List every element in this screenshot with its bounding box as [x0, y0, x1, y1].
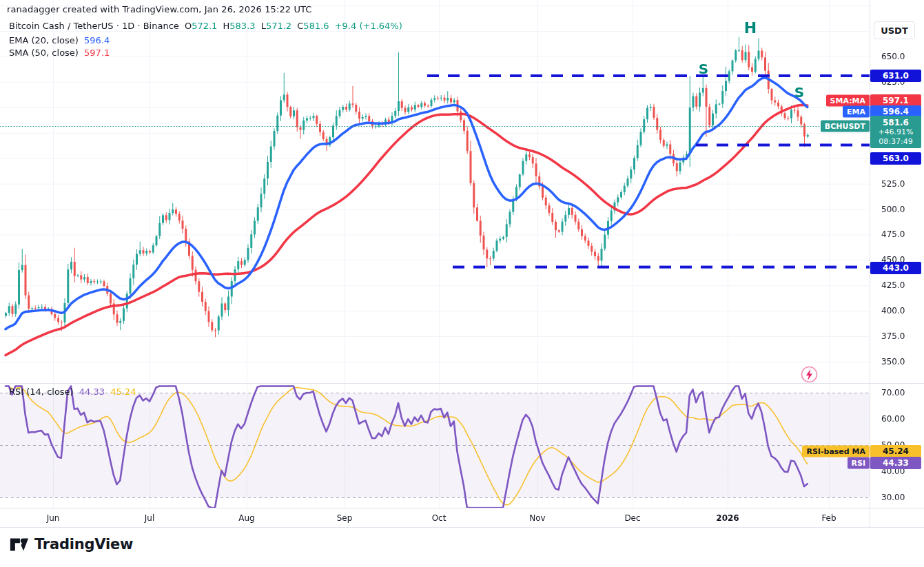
sma-label: SMA (50, close) — [9, 48, 79, 58]
rsi-tick: 70.00 — [881, 388, 905, 398]
shoulder-right-annotation[interactable]: S — [794, 84, 804, 101]
ema-legend-row[interactable]: EMA (20, close) 596.4 — [9, 35, 112, 45]
attribution-text: ranadagger created with TradingView.com,… — [7, 4, 311, 14]
sma-price-tag: SMA:MA — [826, 95, 870, 107]
open-label: O — [185, 21, 192, 31]
last-price-value: 581.6 — [870, 118, 921, 127]
tradingview-logo[interactable]: TradingView — [9, 534, 133, 555]
change-value: +9.4 (+1.64%) — [335, 21, 402, 31]
ema-value: 596.4 — [84, 35, 110, 45]
tradingview-chart-window: ranadagger created with TradingView.com,… — [0, 0, 924, 567]
level-631-label: 631.0 — [870, 70, 921, 82]
low-value: 571.2 — [266, 21, 291, 31]
time-axis-label: Jun — [47, 513, 60, 523]
price-tick: 475.0 — [881, 229, 905, 239]
ema-label: EMA (20, close) — [9, 35, 79, 45]
price-tick: 650.0 — [881, 52, 905, 61]
symbol-legend-row[interactable]: Bitcoin Cash / TetherUS · 1D · Binance O… — [9, 21, 405, 31]
time-axis-label: Sep — [337, 513, 353, 523]
last-price-label: 581.6 +46.91% 08:37:49 — [870, 116, 921, 148]
shoulder-left-annotation[interactable]: S — [699, 61, 708, 77]
rsi-tick: 30.00 — [881, 493, 905, 502]
price-tick: 525.0 — [881, 179, 905, 189]
close-label: C — [297, 21, 303, 31]
time-axis-label: Oct — [432, 513, 446, 523]
tradingview-logo-icon — [9, 534, 30, 555]
open-value: 572.1 — [192, 21, 217, 31]
price-tick: 400.0 — [881, 306, 905, 316]
price-tick: 350.0 — [881, 357, 905, 367]
price-tick: 500.0 — [881, 205, 905, 214]
rsi-ma-tag: RSI-based MA — [802, 446, 870, 457]
symbol-price-tag: BCHUSDT — [821, 121, 870, 132]
rsi-value: 44.33 — [79, 386, 105, 397]
chart-canvas[interactable] — [0, 0, 924, 527]
low-label: L — [261, 21, 266, 31]
rsi-value-label: 44.33 — [870, 457, 921, 469]
sma-value: 597.1 — [84, 48, 110, 58]
level-563-label: 563.0 — [870, 152, 921, 165]
head-annotation[interactable]: H — [744, 19, 757, 37]
symbol-title: Bitcoin Cash / TetherUS · 1D · Binance — [9, 21, 179, 31]
rsi-legend-row[interactable]: RSI (14, close) 44.33 45.24 — [9, 386, 138, 397]
countdown-timer: 08:37:49 — [870, 137, 921, 147]
bottom-border — [0, 527, 924, 528]
level-443-label: 443.0 — [870, 262, 921, 274]
close-value: 581.6 — [303, 21, 329, 31]
rsi-tag: RSI — [848, 457, 870, 469]
rsi-tick: 60.00 — [881, 414, 905, 424]
currency-unit-button[interactable]: USDT — [874, 21, 915, 39]
price-tick: 375.0 — [881, 331, 905, 341]
time-axis-label: Feb — [821, 513, 836, 523]
ema-price-tag: EMA — [843, 106, 870, 118]
rsi-label: RSI (14, close) — [9, 386, 74, 397]
time-axis-label: Dec — [624, 513, 640, 523]
time-axis-label: Aug — [238, 513, 254, 523]
rsi-ma-value-label: 45.24 — [870, 445, 921, 457]
flash-events-icon[interactable] — [800, 365, 819, 384]
change-percent-value: +46.91% — [870, 127, 921, 137]
time-axis-label: Nov — [529, 513, 545, 523]
high-value: 583.3 — [229, 21, 255, 31]
time-axis-label: 2026 — [716, 513, 739, 523]
tradingview-logo-text: TradingView — [34, 536, 133, 553]
sma-legend-row[interactable]: SMA (50, close) 597.1 — [9, 48, 112, 58]
high-label: H — [223, 21, 230, 31]
time-axis-label: Jul — [145, 513, 154, 523]
price-tick: 425.0 — [881, 280, 905, 290]
rsi-ma-value: 45.24 — [110, 386, 136, 397]
